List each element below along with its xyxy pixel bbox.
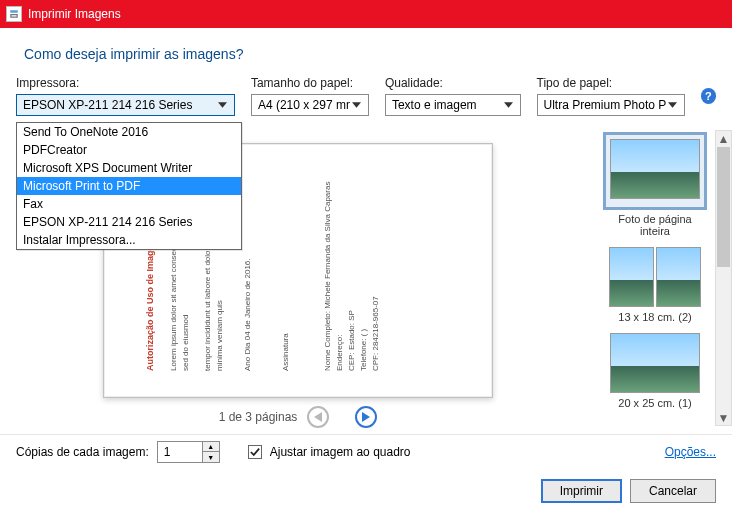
layout-option-full[interactable]: Foto de página inteira — [602, 132, 708, 237]
quality-select[interactable]: Texto e imagem — [385, 94, 521, 116]
cancel-button[interactable]: Cancelar — [630, 479, 716, 503]
printer-select-value: EPSON XP-211 214 216 Series — [23, 98, 192, 112]
print-app-icon — [6, 6, 22, 22]
chevron-down-icon — [502, 102, 516, 108]
pager: 1 de 3 páginas — [219, 406, 378, 428]
chevron-down-icon — [216, 102, 230, 108]
copies-input[interactable] — [158, 442, 202, 462]
layout-option-20x25[interactable]: 20 x 25 cm. (1) — [610, 333, 700, 409]
fit-checkbox[interactable] — [248, 445, 262, 459]
quality-label: Qualidade: — [385, 76, 521, 90]
svg-rect-0 — [10, 10, 18, 13]
window-title: Imprimir Imagens — [28, 7, 121, 21]
next-page-button[interactable] — [355, 406, 377, 428]
pager-label: 1 de 3 páginas — [219, 410, 298, 424]
middle-area: Send To OneNote 2016 PDFCreator Microsof… — [0, 122, 732, 434]
scroll-down-icon[interactable]: ▼ — [716, 410, 731, 425]
scroll-up-icon[interactable]: ▲ — [716, 131, 731, 146]
layout-option-13x18[interactable]: 13 x 18 cm. (2) — [609, 247, 701, 323]
printer-option[interactable]: EPSON XP-211 214 216 Series — [17, 213, 241, 231]
layout-thumb-icon — [609, 247, 701, 307]
printer-option[interactable]: Fax — [17, 195, 241, 213]
spinner-down-button[interactable]: ▼ — [203, 452, 219, 462]
paper-type-value: Ultra Premium Photo P — [544, 98, 666, 112]
quality-value: Texto e imagem — [392, 98, 477, 112]
prev-page-button[interactable] — [307, 406, 329, 428]
footer-options: Cópias de cada imagem: ▲ ▼ Ajustar image… — [0, 434, 732, 469]
paper-size-value: A4 (210 x 297 mm) — [258, 98, 350, 112]
paper-type-label: Tipo de papel: — [537, 76, 685, 90]
paper-size-label: Tamanho do papel: — [251, 76, 369, 90]
footer-buttons: Imprimir Cancelar — [0, 469, 732, 515]
paper-type-select[interactable]: Ultra Premium Photo P — [537, 94, 685, 116]
layout-label: 13 x 18 cm. (2) — [609, 311, 701, 323]
printer-option[interactable]: Microsoft Print to PDF — [17, 177, 241, 195]
scroll-thumb[interactable] — [717, 147, 730, 267]
options-row: Impressora: EPSON XP-211 214 216 Series … — [0, 76, 732, 122]
printer-option[interactable]: Microsoft XPS Document Writer — [17, 159, 241, 177]
help-icon[interactable]: ? — [701, 88, 717, 104]
printer-label: Impressora: — [16, 76, 235, 90]
layout-thumb-icon — [610, 333, 700, 393]
preview-doc-fields: Nome Completo: Michele Fernanda da Silva… — [322, 170, 382, 371]
print-button[interactable]: Imprimir — [541, 479, 622, 503]
printer-dropdown-list: Send To OneNote 2016 PDFCreator Microsof… — [16, 122, 242, 250]
printer-option[interactable]: PDFCreator — [17, 141, 241, 159]
options-link[interactable]: Opções... — [665, 445, 716, 459]
fit-label: Ajustar imagem ao quadro — [270, 445, 411, 459]
svg-rect-2 — [12, 15, 17, 16]
printer-option[interactable]: Send To OneNote 2016 — [17, 123, 241, 141]
preview-doc-sig: Assinatura — [280, 170, 292, 371]
layout-label: 20 x 25 cm. (1) — [610, 397, 700, 409]
paper-size-select[interactable]: A4 (210 x 297 mm) — [251, 94, 369, 116]
page-heading: Como deseja imprimir as imagens? — [0, 28, 732, 76]
chevron-down-icon — [350, 102, 364, 108]
chevron-down-icon — [666, 102, 680, 108]
printer-option[interactable]: Instalar Impressora... — [17, 231, 241, 249]
spinner-up-button[interactable]: ▲ — [203, 442, 219, 452]
copies-spinner: ▲ ▼ — [157, 441, 220, 463]
layout-sidebar: Foto de página inteira 13 x 18 cm. (2) 2… — [596, 122, 732, 434]
preview-doc-date: Ano Dia 04 de Janeiro de 2016. — [242, 170, 254, 371]
layout-scrollbar[interactable]: ▲ ▼ — [715, 130, 732, 426]
copies-label: Cópias de cada imagem: — [16, 445, 149, 459]
printer-select[interactable]: EPSON XP-211 214 216 Series — [16, 94, 235, 116]
layout-label: Foto de página inteira — [602, 213, 708, 237]
layout-thumb-icon — [610, 139, 700, 199]
titlebar: Imprimir Imagens — [0, 0, 732, 28]
